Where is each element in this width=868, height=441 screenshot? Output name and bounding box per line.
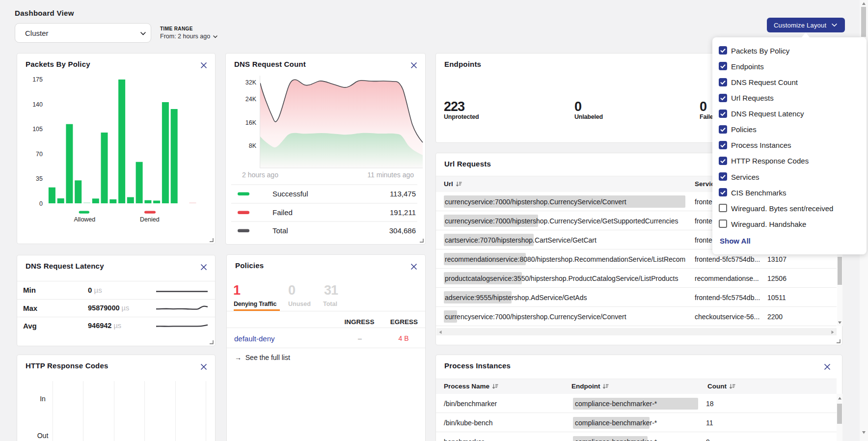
svg-text:32K: 32K [245, 79, 257, 86]
svg-text:0: 0 [39, 200, 43, 207]
svg-text:2 hours ago: 2 hours ago [242, 171, 278, 179]
svg-text:35: 35 [36, 175, 43, 182]
svg-text:175: 175 [32, 76, 43, 83]
svg-text:Successful: Successful [272, 190, 308, 198]
svg-text:Denied: Denied [140, 216, 160, 223]
svg-text:11 minutes ago: 11 minutes ago [367, 171, 414, 179]
svg-text:Allowed: Allowed [74, 216, 96, 223]
svg-text:24K: 24K [245, 96, 257, 103]
svg-text:304,686: 304,686 [389, 226, 416, 235]
svg-text:Total: Total [272, 226, 288, 235]
svg-text:Failed: Failed [272, 208, 293, 217]
svg-text:113,475: 113,475 [390, 190, 416, 198]
svg-text:105: 105 [32, 126, 43, 133]
svg-text:70: 70 [36, 151, 43, 158]
svg-text:16K: 16K [245, 119, 257, 126]
svg-text:140: 140 [32, 101, 43, 108]
svg-text:8K: 8K [249, 142, 257, 149]
svg-text:191,211: 191,211 [390, 208, 416, 217]
